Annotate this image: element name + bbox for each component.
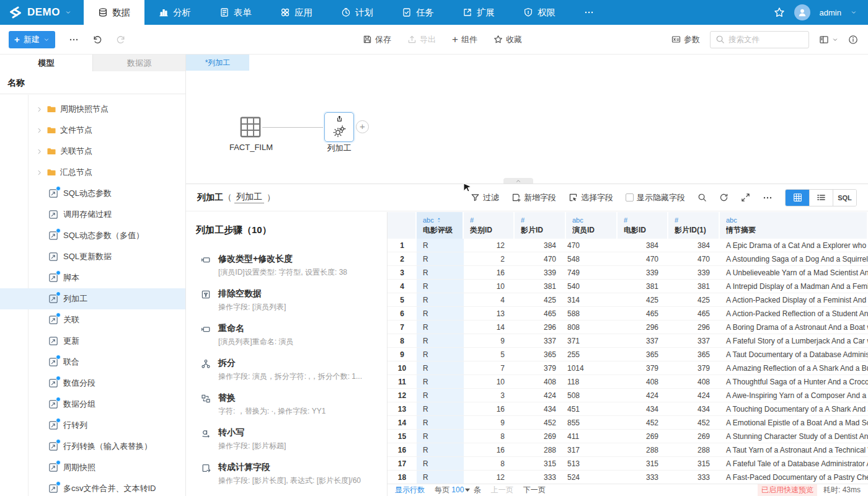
top-tab-计划[interactable]: 计划 (327, 0, 388, 25)
params-button[interactable]: 参数 (671, 34, 700, 45)
table-row[interactable]: 18R12333524333333A Fast-Paced Documentar… (388, 471, 868, 484)
tree-item[interactable]: SQL动态参数（多值） (0, 225, 185, 246)
tree-item[interactable]: 调用存储过程 (0, 204, 185, 225)
more-options-icon[interactable] (763, 193, 773, 203)
info-icon[interactable] (848, 35, 858, 45)
tree-item[interactable]: 行列转换（输入表替换） (0, 436, 185, 457)
panel-subtitle[interactable]: 列加工 (234, 192, 264, 203)
tree-item[interactable]: SQL更新数据 (0, 246, 185, 267)
top-tab-应用[interactable]: 应用 (266, 0, 327, 25)
tree-item[interactable]: SQL动态参数 (0, 183, 185, 204)
top-tab-表单[interactable]: 表单 (205, 0, 266, 25)
table-search-icon[interactable] (698, 193, 707, 202)
tree-folder[interactable]: 文件节点 (0, 120, 185, 141)
redo-icon[interactable] (116, 35, 126, 45)
process-step[interactable]: 替换字符: ，替换为: ·, 操作字段: YY1 (196, 392, 387, 417)
next-page-button[interactable]: 下一页 (523, 485, 546, 495)
table-row[interactable]: 5R4425314425425A Action-Packed Display o… (388, 293, 868, 307)
tree-folder[interactable]: 关联节点 (0, 141, 185, 162)
table-row[interactable]: 3R16339749339339A Unbelieveable Yarn of … (388, 266, 868, 280)
table-row[interactable]: 14R9452855452452A Emotional Epistle of a… (388, 416, 868, 430)
add-node-button[interactable]: + (356, 120, 369, 133)
top-tab-more[interactable] (570, 0, 608, 25)
process-step[interactable]: 重命名[演员列表]重命名: 演员 (196, 323, 387, 347)
sql-view-button[interactable]: SQL (833, 190, 856, 206)
tree-item[interactable]: 脚本 (0, 267, 185, 288)
page-size-control[interactable]: 每页 100 条 (435, 485, 481, 495)
page-size-value[interactable]: 100 (451, 485, 464, 494)
favorite-star-icon[interactable] (774, 7, 785, 18)
chevron-right-icon[interactable] (36, 169, 43, 176)
table-row[interactable]: 9R5365255365365A Taut Documentary of a D… (388, 348, 868, 361)
column-header[interactable]: abc情节摘要 (720, 212, 868, 239)
tree-item[interactable]: 关联 (0, 309, 185, 330)
tree-item[interactable]: 多csv文件合并、文本转ID (0, 478, 185, 496)
favorite-button[interactable]: 收藏 (494, 34, 522, 45)
top-tab-分析[interactable]: 分析 (144, 0, 205, 25)
more-actions-icon[interactable] (69, 35, 79, 45)
user-chevron-down-icon[interactable] (851, 9, 857, 16)
node-column-process[interactable] (324, 112, 354, 142)
tree-folder[interactable]: 周期快照节点 (0, 99, 185, 120)
new-button[interactable]: + 新建 (9, 31, 55, 48)
avatar[interactable] (794, 4, 810, 20)
table-view-button[interactable] (786, 190, 809, 206)
top-tab-数据[interactable]: 数据 (84, 0, 144, 25)
user-name[interactable]: admin (820, 8, 841, 17)
table-row[interactable]: 12R3424508424424A Awe-Inspiring Yarn of … (388, 389, 868, 402)
table-row[interactable]: 16R16288317288288A Taut Yarn of a Astron… (388, 443, 868, 457)
tree-item[interactable]: 数据分组 (0, 394, 185, 415)
component-button[interactable]: + 组件 (452, 33, 477, 46)
chevron-right-icon[interactable] (36, 127, 43, 134)
process-step[interactable]: 拆分操作字段: 演员，拆分字符: ,，拆分个数: 1... (196, 358, 387, 382)
tree-item[interactable]: 更新 (0, 330, 185, 352)
add-field-button[interactable]: 新增字段 (512, 192, 556, 203)
tree-item[interactable]: 数值分段 (0, 373, 185, 394)
tree-item[interactable]: 行转列 (0, 415, 185, 436)
table-row[interactable]: 13R16434451434434A Touching Documentary … (388, 402, 868, 416)
table-row[interactable]: 4R10381540381381A Intrepid Display of a … (388, 280, 868, 293)
process-step[interactable]: 转成计算字段操作字段: [影片长度], 表达式: [影片长度]/60 (196, 462, 387, 486)
search-input[interactable] (728, 35, 797, 44)
export-button[interactable]: 导出 (407, 34, 436, 45)
column-header[interactable]: abc电影评级 (417, 212, 464, 239)
table-row[interactable]: 6R13465588465465A Action-Packed Reflecti… (388, 307, 868, 321)
column-header[interactable]: #影片ID (515, 212, 566, 239)
column-header[interactable]: #影片ID(1) (668, 212, 720, 239)
top-tab-任务[interactable]: 任务 (388, 0, 448, 25)
tree-item[interactable]: 周期快照 (0, 457, 185, 478)
expand-icon[interactable] (741, 193, 750, 202)
flow-canvas[interactable]: FACT_FILM 列加工 + (186, 71, 868, 184)
filter-button[interactable]: 过滤 (471, 192, 499, 203)
table-row[interactable]: 11R10408118408408A Thoughtful Saga of a … (388, 375, 868, 389)
show-hidden-checkbox[interactable] (626, 193, 634, 202)
table-row[interactable]: 17R8315513315315A Fateful Tale of a Data… (388, 457, 868, 471)
table-row[interactable]: 10R73791014379379A Amazing Reflection of… (388, 361, 868, 375)
tree-folder[interactable]: 汇总节点 (0, 162, 185, 183)
list-view-button[interactable] (809, 190, 833, 206)
tree-item[interactable]: 联合 (0, 352, 185, 373)
top-tab-扩展[interactable]: 扩展 (448, 0, 509, 25)
table-row[interactable]: 2R2470548470470A Astounding Saga of a Do… (388, 252, 868, 266)
column-header[interactable]: #电影ID (618, 212, 668, 239)
undo-icon[interactable] (92, 35, 102, 45)
table-row[interactable]: 15R8269411269269A Stunning Character Stu… (388, 430, 868, 443)
tab-model[interactable]: 模型 (0, 55, 92, 71)
column-header[interactable]: abc演员ID (566, 212, 618, 239)
node-fact-film[interactable] (239, 115, 262, 139)
tab-datasource[interactable]: 数据源 (92, 55, 185, 71)
panel-collapse-handle[interactable] (503, 178, 533, 184)
process-step[interactable]: 修改类型+修改长度[演员ID]设置类型: 字符型, 设置长度: 38 (196, 254, 387, 278)
table-row[interactable]: 8R9337371337337A Fateful Story of a Lumb… (388, 334, 868, 348)
sort-icon[interactable] (436, 217, 442, 223)
process-step[interactable]: 转小写操作字段: [影片标题] (196, 427, 387, 451)
select-field-button[interactable]: 选择字段 (569, 192, 613, 203)
chevron-right-icon[interactable] (36, 106, 43, 113)
refresh-icon[interactable] (719, 193, 728, 202)
save-button[interactable]: 保存 (363, 34, 391, 45)
top-tab-权限[interactable]: 权限 (509, 0, 570, 25)
chevron-right-icon[interactable] (36, 148, 43, 155)
app-logo[interactable]: DEMO (0, 0, 84, 25)
table-row[interactable]: 1R12384470384384A Epic Drama of a Cat An… (388, 239, 868, 252)
show-row-count-link[interactable]: 显示行数 (395, 485, 425, 495)
